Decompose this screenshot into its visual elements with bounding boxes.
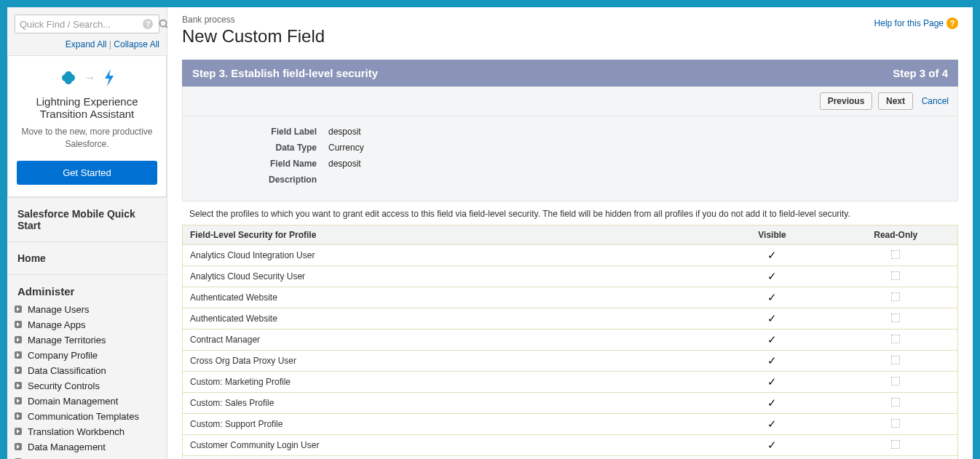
sidebar-item[interactable]: Manage Territories xyxy=(15,332,159,348)
promo-title: Lightning Experience Transition Assistan… xyxy=(17,95,157,120)
profile-name-cell: Customer Community Plus Login User xyxy=(183,456,711,460)
arrow-right-icon: → xyxy=(84,71,96,84)
promo-box: → Lightning Experience Transition Assist… xyxy=(7,55,167,197)
svg-point-7 xyxy=(65,77,72,84)
previous-button[interactable]: Previous xyxy=(820,92,873,110)
sidebar-item[interactable]: Manage Users xyxy=(15,302,159,317)
data-type-value: Currency xyxy=(328,143,364,153)
col-visible-header[interactable]: Visible xyxy=(711,225,834,245)
sidebar-item[interactable]: Data Classification xyxy=(15,363,159,378)
profile-name-cell: Analytics Cloud Security User xyxy=(183,266,711,287)
readonly-checkbox[interactable] xyxy=(834,266,958,287)
action-bar: Previous Next Cancel xyxy=(182,87,958,116)
collapse-all-link[interactable]: Collapse All xyxy=(114,39,159,49)
help-circle-icon: ? xyxy=(142,18,154,30)
visible-checkbox[interactable]: ✓ xyxy=(711,435,834,456)
field-label-value: desposit xyxy=(328,127,361,137)
sidebar-item[interactable]: Security Controls xyxy=(15,378,159,394)
field-name-label: Field Name xyxy=(197,159,328,169)
table-row: Authenticated Website✓ xyxy=(183,287,958,308)
page-title: New Custom Field xyxy=(182,26,958,47)
profile-name-cell: Analytics Cloud Integration User xyxy=(183,245,711,266)
table-row: Customer Community Plus Login User✓ xyxy=(183,456,958,460)
readonly-checkbox[interactable] xyxy=(834,414,958,435)
help-icon: ? xyxy=(947,17,958,29)
instruction-text: Select the profiles to which you want to… xyxy=(182,201,958,225)
next-button[interactable]: Next xyxy=(878,92,913,110)
visible-checkbox[interactable]: ✓ xyxy=(711,372,834,393)
sidebar-administer-head: Administer xyxy=(7,274,167,302)
expand-all-link[interactable]: Expand All xyxy=(66,39,107,49)
step-label: Step 3. Establish field-level security xyxy=(192,67,378,79)
profile-name-cell: Custom: Sales Profile xyxy=(183,393,711,414)
sidebar-item[interactable]: Company Profile xyxy=(15,348,159,363)
help-link[interactable]: Help for this Page ? xyxy=(874,17,958,29)
visible-checkbox[interactable]: ✓ xyxy=(711,414,834,435)
profile-name-cell: Custom: Support Profile xyxy=(183,414,711,435)
profile-name-cell: Custom: Marketing Profile xyxy=(183,372,711,393)
readonly-checkbox[interactable] xyxy=(834,372,958,393)
search-wrap: ? xyxy=(15,15,159,33)
cancel-link[interactable]: Cancel xyxy=(922,96,949,106)
svg-point-2 xyxy=(160,20,167,27)
search-input[interactable] xyxy=(20,19,142,30)
step-progress: Step 3 of 4 xyxy=(893,67,948,79)
profile-table: Field-Level Security for Profile Visible… xyxy=(182,225,958,459)
help-link-label: Help for this Page xyxy=(874,18,944,28)
readonly-checkbox[interactable] xyxy=(834,330,958,351)
profile-name-cell: Authenticated Website xyxy=(183,308,711,330)
visible-checkbox[interactable]: ✓ xyxy=(711,351,834,372)
svg-text:?: ? xyxy=(146,20,151,28)
visible-checkbox[interactable]: ✓ xyxy=(711,245,834,266)
sidebar-item-quickstart[interactable]: Salesforce Mobile Quick Start xyxy=(7,197,167,242)
col-readonly-header[interactable]: Read-Only xyxy=(834,225,958,245)
table-row: Custom: Support Profile✓ xyxy=(183,414,958,435)
table-row: Cross Org Data Proxy User✓ xyxy=(183,351,958,372)
readonly-checkbox[interactable] xyxy=(834,308,958,330)
sidebar-item[interactable]: Domain Management xyxy=(15,394,159,409)
visible-checkbox[interactable]: ✓ xyxy=(711,287,834,308)
readonly-checkbox[interactable] xyxy=(834,393,958,414)
profile-name-cell: Cross Org Data Proxy User xyxy=(183,351,711,372)
main-content: Help for this Page ? Bank process New Cu… xyxy=(167,7,973,459)
get-started-button[interactable]: Get Started xyxy=(17,161,157,185)
readonly-checkbox[interactable] xyxy=(834,245,958,266)
table-row: Analytics Cloud Security User✓ xyxy=(183,266,958,287)
visible-checkbox[interactable]: ✓ xyxy=(711,393,834,414)
sidebar-item-home[interactable]: Home xyxy=(7,242,167,274)
table-row: Customer Community Login User✓ xyxy=(183,435,958,456)
field-label-label: Field Label xyxy=(197,127,328,137)
promo-desc: Move to the new, more productive Salesfo… xyxy=(17,126,157,151)
description-label: Description xyxy=(197,175,328,185)
breadcrumb: Bank process xyxy=(182,15,958,25)
table-row: Custom: Marketing Profile✓ xyxy=(183,372,958,393)
data-type-label: Data Type xyxy=(197,143,328,153)
sidebar: ? Expand All | Collapse All → xyxy=(7,7,167,459)
visible-checkbox[interactable]: ✓ xyxy=(711,330,834,351)
table-row: Authenticated Website✓ xyxy=(183,308,958,330)
sidebar-item[interactable]: Manage Apps xyxy=(15,317,159,332)
sidebar-item[interactable]: Communication Templates xyxy=(15,409,159,424)
readonly-checkbox[interactable] xyxy=(834,351,958,372)
profile-name-cell: Customer Community Login User xyxy=(183,435,711,456)
visible-checkbox[interactable]: ✓ xyxy=(711,456,834,460)
field-info: Field Label desposit Data Type Currency … xyxy=(182,116,958,201)
col-profile-header: Field-Level Security for Profile xyxy=(183,225,711,245)
table-row: Contract Manager✓ xyxy=(183,330,958,351)
readonly-checkbox[interactable] xyxy=(834,287,958,308)
step-header: Step 3. Establish field-level security S… xyxy=(182,60,958,87)
readonly-checkbox[interactable] xyxy=(834,456,958,460)
field-name-value: desposit xyxy=(328,159,361,169)
sidebar-item[interactable]: Translation Workbench xyxy=(15,424,159,439)
table-row: Analytics Cloud Integration User✓ xyxy=(183,245,958,266)
administer-list: Manage UsersManage AppsManage Territorie… xyxy=(7,302,167,459)
sidebar-item[interactable]: Data Management xyxy=(15,439,159,455)
visible-checkbox[interactable]: ✓ xyxy=(711,266,834,287)
sidebar-item[interactable]: Mobile Administration xyxy=(15,455,159,459)
profile-name-cell: Authenticated Website xyxy=(183,287,711,308)
visible-checkbox[interactable]: ✓ xyxy=(711,308,834,330)
lightning-icon xyxy=(102,68,116,88)
profile-name-cell: Contract Manager xyxy=(183,330,711,351)
readonly-checkbox[interactable] xyxy=(834,435,958,456)
table-row: Custom: Sales Profile✓ xyxy=(183,393,958,414)
